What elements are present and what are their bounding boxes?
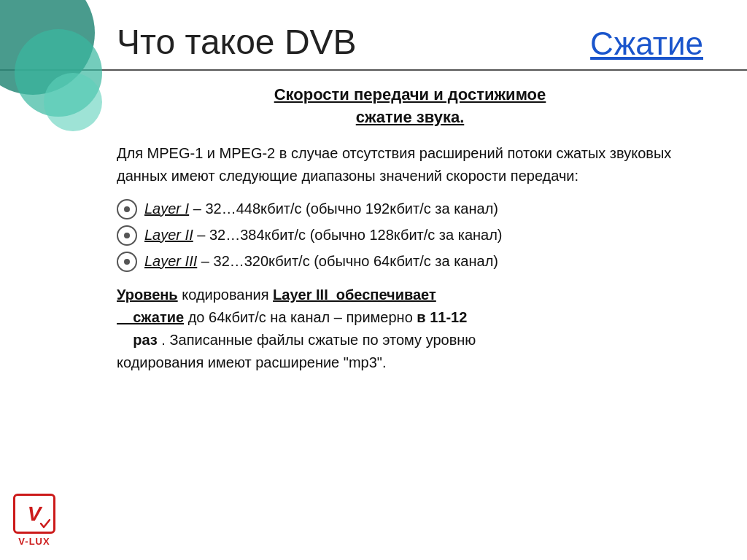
layer-list: Layer I – 32…448кбит/с (обычно 192кбит/с… bbox=[117, 198, 703, 272]
list-item: Layer III – 32…320кбит/с (обычно 64кбит/… bbox=[117, 250, 703, 272]
subtitle-line1: Скорости передачи и достижимое bbox=[274, 85, 546, 104]
header: Что такое DVB Сжатие bbox=[0, 0, 747, 71]
bullet-icon bbox=[117, 252, 137, 272]
layer-detail-1: – 32…448кбит/с (обычно 192кбит/с за кана… bbox=[189, 201, 498, 217]
list-item: Layer II – 32…384кбит/с (обычно 128кбит/… bbox=[117, 224, 703, 246]
page-title: Что такое DVB bbox=[117, 22, 357, 62]
main-content: Скорости передачи и достижимое сжатие зв… bbox=[0, 84, 747, 389]
bullet-icon bbox=[117, 199, 137, 219]
footer-paragraph: Уровень кодирования Layer III обеспечива… bbox=[117, 284, 703, 374]
layer-name-2: Layer II bbox=[144, 227, 193, 243]
list-item: Layer I – 32…448кбит/с (обычно 192кбит/с… bbox=[117, 198, 703, 219]
layer-item-1: Layer I – 32…448кбит/с (обычно 192кбит/с… bbox=[144, 198, 498, 219]
layer-detail-3: – 32…320кбит/с (обычно 64кбит/с за канал… bbox=[197, 253, 498, 269]
subtitle-line2: сжатие звука. bbox=[356, 108, 465, 126]
layer-item-3: Layer III – 32…320кбит/с (обычно 64кбит/… bbox=[144, 250, 498, 272]
logo-checkmark bbox=[40, 518, 50, 529]
logo-v-letter: V bbox=[28, 502, 42, 526]
logo-area: V V-LUX bbox=[13, 494, 55, 547]
layer-name-3: Layer III bbox=[144, 253, 197, 269]
footer-text-1: кодирования bbox=[182, 287, 273, 303]
subtitle: Скорости передачи и достижимое сжатие зв… bbox=[117, 84, 703, 129]
layer-detail-2: – 32…384кбит/с (обычно 128кбит/с за кана… bbox=[193, 227, 503, 243]
logo-box: V bbox=[13, 494, 55, 534]
section-link[interactable]: Сжатие bbox=[590, 26, 703, 62]
bullet-icon bbox=[117, 225, 137, 246]
logo-label: V-LUX bbox=[18, 536, 50, 547]
intro-text: Для MPEG-1 и MPEG-2 в случае отсутствия … bbox=[117, 142, 703, 187]
footer-text-2: до 64кбит/с на канал – примерно bbox=[188, 309, 417, 325]
footer-text-3: . Записанные файлы сжатые по этому уровн… bbox=[117, 332, 476, 370]
layer-item-2: Layer II – 32…384кбит/с (обычно 128кбит/… bbox=[144, 224, 503, 246]
footer-uroveny: Уровень bbox=[117, 287, 178, 303]
layer-name-1: Layer I bbox=[144, 201, 189, 217]
